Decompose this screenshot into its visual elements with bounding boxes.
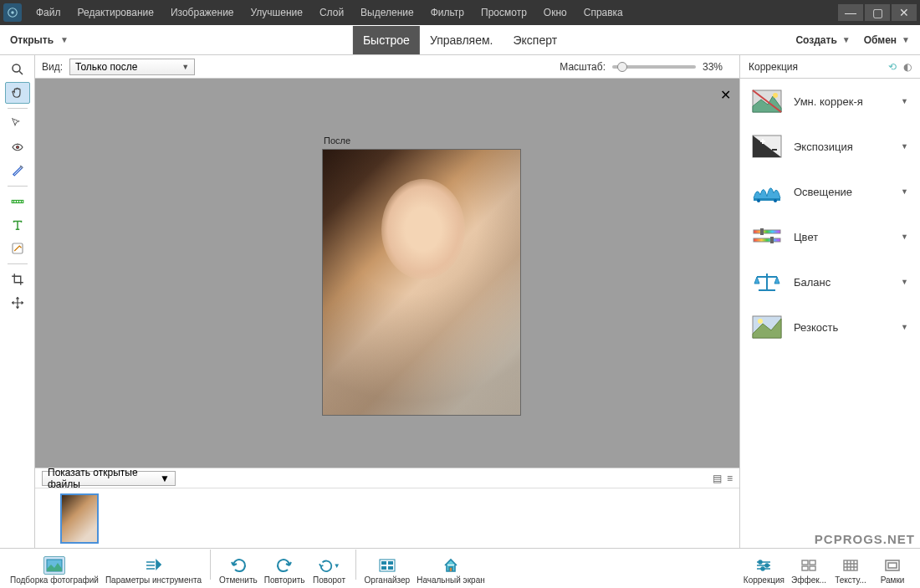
- menu-image[interactable]: Изображение: [163, 3, 242, 23]
- menu-file[interactable]: Файл: [28, 3, 69, 23]
- effects-icon: [798, 556, 820, 575]
- tool-separator: [8, 263, 28, 264]
- view-select[interactable]: Только после ▼: [69, 59, 195, 75]
- redo-icon: [273, 556, 295, 575]
- correction-label: Баланс: [794, 276, 889, 289]
- tab-guided[interactable]: Управляем.: [420, 26, 503, 54]
- move-tool[interactable]: [5, 292, 30, 314]
- bottom-bar: Подборка фотографий Параметры инструмент…: [0, 548, 920, 588]
- adjustments-icon: [753, 556, 774, 575]
- menu-select[interactable]: Выделение: [353, 3, 422, 23]
- secondbar: Открыть ▼ Быстрое Управляем. Эксперт Соз…: [0, 25, 920, 55]
- photobin-button[interactable]: Подборка фотографий: [7, 556, 102, 585]
- options-bar: Вид: Только после ▼ Масштаб: 33%: [35, 55, 739, 79]
- share-button[interactable]: Обмен ▼: [864, 34, 910, 46]
- chevron-down-icon: ▼: [902, 35, 910, 44]
- hand-tool[interactable]: [5, 82, 30, 104]
- exposure-icon: [752, 134, 782, 159]
- canvas-area[interactable]: ✕ После: [35, 79, 739, 468]
- menu-edit[interactable]: Редактирование: [70, 3, 161, 23]
- undo-icon: [227, 556, 249, 575]
- menu-icon[interactable]: ≡: [727, 473, 733, 484]
- home-icon: [440, 556, 462, 575]
- share-label: Обмен: [864, 34, 897, 46]
- organizer-icon: [376, 556, 398, 575]
- separator: [210, 550, 211, 580]
- close-icon[interactable]: ✕: [720, 87, 731, 103]
- panel-header-icons: ⟲ ◐: [888, 61, 912, 73]
- textures-button[interactable]: Тексту...: [830, 556, 871, 585]
- window-controls: — ▢ ✕: [836, 4, 917, 21]
- tab-quick[interactable]: Быстрое: [353, 26, 420, 54]
- correction-panel: Коррекция ⟲ ◐ Умн. коррек-я ▼ Экспозиция…: [739, 55, 920, 548]
- thumbnail[interactable]: [60, 493, 99, 544]
- correction-color[interactable]: Цвет ▼: [740, 214, 920, 259]
- home-button[interactable]: Начальный экран: [413, 556, 488, 585]
- effects-button[interactable]: Эффек...: [788, 556, 830, 585]
- bottom-label: Отменить: [219, 575, 258, 585]
- lighting-icon: [752, 179, 782, 204]
- help-icon[interactable]: ◐: [903, 61, 912, 73]
- zoom-slider[interactable]: [612, 65, 696, 69]
- separator: [355, 550, 356, 580]
- redeye-tool[interactable]: [5, 136, 30, 158]
- organizer-button[interactable]: Органайзер: [361, 556, 414, 585]
- correction-label: Умн. коррек-я: [794, 95, 889, 108]
- create-button[interactable]: Создать ▼: [795, 34, 850, 46]
- app-icon: [3, 3, 22, 22]
- correction-label: Резкость: [794, 321, 889, 334]
- grid-icon[interactable]: ▤: [713, 473, 722, 484]
- svg-rect-23: [388, 566, 393, 570]
- correction-balance[interactable]: Баланс ▼: [740, 259, 920, 304]
- textures-icon: [840, 556, 861, 575]
- menu-filter[interactable]: Фильтр: [423, 3, 472, 23]
- menu-enhance[interactable]: Улучшение: [243, 3, 310, 23]
- spot-healing-tool[interactable]: [5, 238, 30, 259]
- mode-tabs: Быстрое Управляем. Эксперт: [353, 26, 567, 54]
- correction-smartfix[interactable]: Умн. коррек-я ▼: [740, 79, 920, 124]
- quick-selection-tool[interactable]: [5, 113, 30, 135]
- straighten-tool[interactable]: [5, 191, 30, 212]
- correction-exposure[interactable]: Экспозиция ▼: [740, 124, 920, 169]
- tools-panel: [0, 55, 35, 548]
- chevron-down-icon: ▼: [901, 233, 908, 241]
- undo-button[interactable]: Отменить: [216, 556, 261, 585]
- open-label: Открыть: [10, 34, 54, 46]
- tab-expert[interactable]: Эксперт: [503, 26, 568, 54]
- tool-separator: [8, 108, 28, 109]
- balance-icon: [752, 269, 782, 294]
- menu-view[interactable]: Просмотр: [473, 3, 534, 23]
- svg-point-26: [761, 567, 764, 570]
- crop-tool[interactable]: [5, 268, 30, 290]
- menu-help[interactable]: Справка: [576, 3, 631, 23]
- sharpen-icon: [752, 314, 782, 340]
- redo-button[interactable]: Повторить: [261, 556, 309, 585]
- zoom-tool[interactable]: [5, 59, 30, 80]
- reset-icon[interactable]: ⟲: [888, 61, 897, 73]
- whiten-teeth-tool[interactable]: [5, 160, 30, 182]
- minimize-button[interactable]: —: [838, 4, 863, 21]
- adjustments-button[interactable]: Коррекция: [740, 556, 788, 585]
- canvas-image[interactable]: [322, 149, 521, 416]
- photobin-bar: Показать открытые файлы ▼ ▤ ≡: [35, 468, 739, 488]
- correction-sharpen[interactable]: Резкость ▼: [740, 304, 920, 350]
- photobin-select[interactable]: Показать открытые файлы ▼: [42, 471, 176, 486]
- text-tool[interactable]: [5, 214, 30, 236]
- chevron-down-icon: ▼: [181, 63, 189, 71]
- correction-lighting[interactable]: Освещение ▼: [740, 169, 920, 214]
- frames-button[interactable]: Рамки: [871, 556, 913, 585]
- zoom-slider-thumb[interactable]: [617, 62, 627, 72]
- rotate-button[interactable]: ▼ Поворот: [309, 556, 350, 585]
- svg-point-24: [759, 560, 762, 564]
- bottom-label: Повторить: [264, 575, 305, 585]
- open-button[interactable]: Открыть ▼: [10, 34, 69, 46]
- close-button[interactable]: ✕: [892, 4, 917, 21]
- maximize-button[interactable]: ▢: [865, 4, 890, 21]
- bottom-label: Тексту...: [835, 575, 866, 585]
- svg-rect-12: [754, 230, 780, 233]
- tool-options-button[interactable]: Параметры инструмента: [102, 556, 205, 585]
- menu-window[interactable]: Окно: [536, 3, 575, 23]
- menu-layer[interactable]: Слой: [312, 3, 351, 23]
- panel-title: Коррекция: [749, 61, 798, 73]
- tool-separator: [8, 186, 28, 187]
